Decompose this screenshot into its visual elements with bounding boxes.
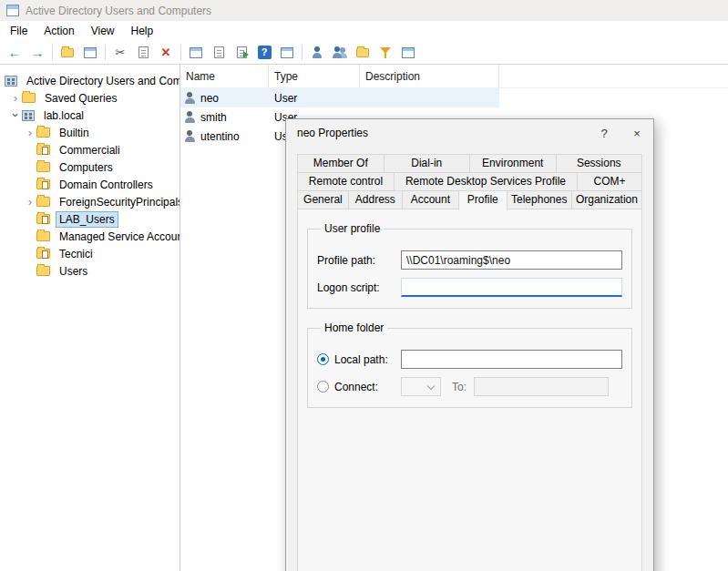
- forward-button[interactable]: →: [26, 43, 48, 63]
- user-profile-group: User profile Profile path: Logon script:: [307, 222, 632, 309]
- home-folder-group: Home folder Local path: Connect: To:: [307, 321, 632, 408]
- tree-item-users[interactable]: Users: [0, 262, 179, 280]
- properties-button[interactable]: [185, 43, 207, 63]
- dialog-close-button[interactable]: ×: [620, 119, 653, 147]
- show-console-tree-button[interactable]: [79, 43, 101, 63]
- list-row-neo[interactable]: neo User: [180, 88, 499, 107]
- tree-item-foreign-security-principals[interactable]: › ForeignSecurityPrincipals: [0, 193, 179, 210]
- tree-item-label: Tecnici: [56, 246, 97, 262]
- tree-item-domain-controllers[interactable]: Domain Controllers: [0, 176, 179, 193]
- cell-name: utentino: [200, 130, 240, 143]
- logon-script-input[interactable]: [401, 278, 622, 297]
- back-icon: ←: [8, 46, 22, 59]
- window-titlebar: Active Directory Users and Computers: [0, 0, 728, 21]
- tab-strip: Member Of Dial-in Environment Sessions R…: [286, 147, 653, 209]
- up-one-level-icon: [61, 48, 74, 57]
- menu-action[interactable]: Action: [36, 22, 82, 40]
- find-button[interactable]: [397, 43, 419, 63]
- tab-sessions[interactable]: Sessions: [556, 154, 643, 173]
- tree-item-lab-local[interactable]: › lab.local: [0, 107, 179, 124]
- cell-type: User: [269, 92, 360, 105]
- new-user-button[interactable]: [306, 43, 328, 63]
- tree-item-lab-users[interactable]: LAB_Users: [0, 210, 179, 228]
- cell-name: neo: [200, 92, 219, 105]
- folder-icon: [36, 127, 50, 138]
- tab-member-of[interactable]: Member Of: [297, 154, 385, 173]
- toolbar-separator: [302, 45, 302, 60]
- window-title: Active Directory Users and Computers: [26, 5, 211, 17]
- chevron-right-icon[interactable]: ›: [24, 196, 36, 208]
- tree-item-computers[interactable]: Computers: [0, 158, 179, 176]
- ou-folder-icon: [36, 214, 50, 224]
- tab-row-2: Remote control Remote Desktop Services P…: [297, 172, 642, 191]
- user-icon: [185, 92, 195, 104]
- column-header-description[interactable]: Description: [360, 65, 499, 87]
- tab-profile[interactable]: Profile: [458, 190, 508, 210]
- user-icon: [185, 130, 195, 142]
- menubar: File Action View Help: [0, 21, 728, 41]
- menu-help[interactable]: Help: [123, 22, 162, 40]
- ou-folder-icon: [36, 179, 50, 189]
- tab-general[interactable]: General: [297, 190, 349, 209]
- tab-row-1: Member Of Dial-in Environment Sessions: [297, 154, 642, 173]
- column-header-type[interactable]: Type: [269, 65, 360, 87]
- menu-file[interactable]: File: [2, 22, 36, 40]
- tree-item-label: LAB_Users: [56, 211, 118, 228]
- tree-item-commerciali[interactable]: Commerciali: [0, 141, 179, 158]
- back-button[interactable]: ←: [4, 43, 26, 63]
- tab-environment[interactable]: Environment: [469, 154, 557, 173]
- connect-label: Connect:: [334, 381, 378, 393]
- up-one-level-button[interactable]: [56, 43, 78, 63]
- to-label: To:: [452, 381, 467, 393]
- tree-item-managed-service-accounts[interactable]: Managed Service Accoun: [0, 228, 179, 245]
- menu-view[interactable]: View: [83, 22, 123, 40]
- tree-item-builtin[interactable]: › Builtin: [0, 124, 179, 141]
- tab-remote-control[interactable]: Remote control: [297, 172, 395, 191]
- chevron-right-icon[interactable]: ›: [9, 92, 22, 104]
- profile-path-input[interactable]: [401, 250, 622, 270]
- tree-item-root[interactable]: Active Directory Users and Com: [0, 72, 179, 89]
- tab-com-plus[interactable]: COM+: [577, 172, 642, 191]
- tree-item-label: ForeignSecurityPrincipals: [56, 194, 179, 210]
- local-path-input[interactable]: [401, 350, 622, 369]
- help-button[interactable]: [253, 43, 275, 63]
- tab-address[interactable]: Address: [348, 190, 403, 209]
- tree-item-label: Computers: [56, 159, 117, 176]
- tree-item-saved-queries[interactable]: › Saved Queries: [0, 89, 179, 107]
- new-ou-icon: [356, 48, 369, 57]
- ou-folder-icon: [36, 145, 50, 155]
- tab-remote-desktop-services-profile[interactable]: Remote Desktop Services Profile: [394, 172, 578, 191]
- export-list-button[interactable]: [231, 43, 252, 63]
- tab-telephones[interactable]: Telephones: [507, 190, 572, 209]
- toolbar-separator: [52, 45, 53, 60]
- tree-item-tecnici[interactable]: Tecnici: [0, 245, 179, 262]
- delete-button[interactable]: [155, 43, 177, 63]
- chevron-down-icon[interactable]: ›: [10, 109, 22, 122]
- new-ou-button[interactable]: [352, 43, 374, 63]
- filter-button[interactable]: [374, 43, 396, 63]
- profile-tab-page: User profile Profile path: Logon script:…: [297, 209, 642, 571]
- cut-button[interactable]: [109, 43, 131, 63]
- tab-row-3: General Address Account Profile Telephon…: [297, 190, 642, 209]
- dialog-help-button[interactable]: ?: [588, 119, 620, 147]
- tree-item-label: lab.local: [40, 107, 87, 124]
- view-list-button[interactable]: [276, 43, 298, 63]
- local-path-radio[interactable]: [317, 353, 329, 365]
- copy-button[interactable]: [132, 43, 154, 63]
- tree-item-label: Users: [56, 263, 91, 280]
- column-header-name[interactable]: Name: [180, 65, 269, 87]
- new-group-button[interactable]: [329, 43, 351, 63]
- home-folder-legend: Home folder: [321, 321, 387, 334]
- tree-item-label: Active Directory Users and Com: [23, 73, 179, 89]
- tree-item-label: Domain Controllers: [56, 177, 157, 193]
- console-tree: Active Directory Users and Com › Saved Q…: [0, 65, 180, 571]
- tab-dial-in[interactable]: Dial-in: [384, 154, 471, 173]
- user-icon: [185, 111, 195, 123]
- chevron-right-icon[interactable]: ›: [24, 127, 36, 138]
- tab-organization[interactable]: Organization: [571, 190, 642, 209]
- connect-radio[interactable]: [317, 381, 329, 393]
- tree-item-label: Saved Queries: [41, 90, 120, 107]
- view-list-icon: [281, 47, 293, 58]
- refresh-button[interactable]: [208, 43, 230, 63]
- tab-account[interactable]: Account: [402, 190, 459, 209]
